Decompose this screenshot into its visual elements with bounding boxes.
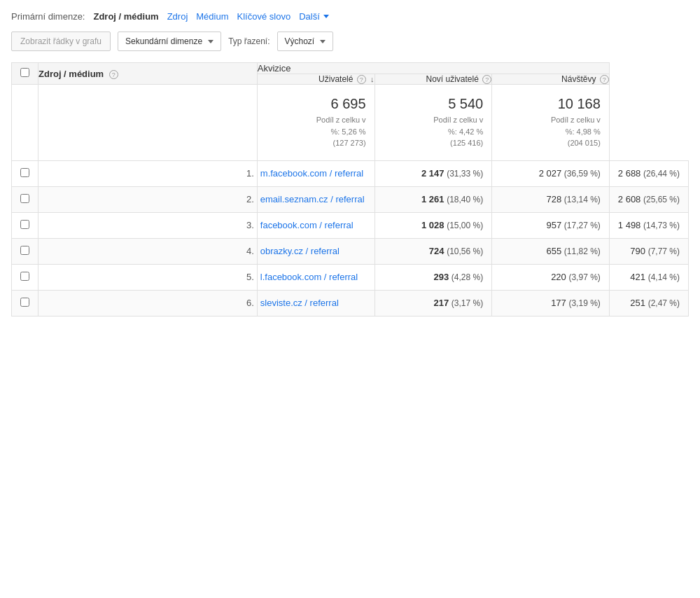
- row-number: 3.: [38, 212, 258, 238]
- users-column-header: Uživatelé ? ↓: [257, 74, 374, 85]
- row-checkbox[interactable]: [20, 220, 29, 229]
- totals-new-users-cell: 5 540 Podíl z celku v %: 4,42 % (125 416…: [374, 85, 492, 161]
- totals-new-users-sub: Podíl z celku v %: 4,42 % (125 416): [384, 114, 484, 149]
- row-checkbox-cell: [12, 264, 38, 290]
- source-column-header: Zdroj / médium ?: [38, 63, 258, 85]
- totals-visits-sub: Podíl z celku v %: 4,98 % (204 015): [500, 114, 601, 149]
- source-help-icon[interactable]: ?: [109, 70, 118, 79]
- source-name: l.facebook.com / referral: [257, 264, 374, 290]
- new-users-column-header: Noví uživatelé ?: [374, 74, 492, 85]
- sort-arrow-icon: ↓: [370, 75, 374, 83]
- visits-column-header: Návštěvy ?: [492, 74, 610, 85]
- users-value: 1 261 (18,40 %): [374, 186, 492, 212]
- toolbar: Zobrazit řádky v grafu Sekundární dimenz…: [11, 32, 689, 51]
- row-checkbox[interactable]: [20, 194, 29, 203]
- source-link[interactable]: l.facebook.com / referral: [260, 272, 358, 282]
- visits-value: 421 (4,14 %): [609, 264, 688, 290]
- source-name: sleviste.cz / referral: [257, 290, 374, 316]
- users-value: 1 028 (15,00 %): [374, 212, 492, 238]
- dimension-link-zdroj[interactable]: Zdroj: [167, 11, 188, 22]
- totals-users-cell: 6 695 Podíl z celku v %: 5,26 % (127 273…: [257, 85, 374, 161]
- row-checkbox-cell: [12, 290, 38, 316]
- new-users-value: 957 (17,27 %): [492, 212, 610, 238]
- primary-dimension-bar: Primární dimenze: Zdroj / médium Zdroj M…: [11, 11, 689, 22]
- new-users-value: 220 (3,97 %): [492, 264, 610, 290]
- dimension-more[interactable]: Další: [299, 11, 329, 22]
- new-users-value: 728 (13,14 %): [492, 186, 610, 212]
- chevron-down-icon: [323, 15, 329, 18]
- data-table: Zdroj / médium ? Akvizice Uživatelé ? ↓ …: [11, 62, 689, 317]
- primary-dimension-label: Primární dimenze:: [11, 11, 85, 22]
- chevron-down-icon: [320, 40, 326, 43]
- visits-value: 2 688 (26,44 %): [609, 160, 688, 186]
- visits-value: 790 (7,77 %): [609, 238, 688, 264]
- table-row: 5. l.facebook.com / referral 293 (4,28 %…: [12, 264, 689, 290]
- new-users-help-icon[interactable]: ?: [482, 75, 491, 84]
- row-number: 1.: [38, 160, 258, 186]
- totals-users-sub: Podíl z celku v %: 5,26 % (127 273): [266, 114, 366, 149]
- chevron-down-icon: [208, 40, 214, 43]
- row-checkbox-cell: [12, 186, 38, 212]
- visits-help-icon[interactable]: ?: [600, 75, 609, 84]
- row-checkbox[interactable]: [20, 246, 29, 255]
- source-link[interactable]: facebook.com / referral: [260, 220, 354, 230]
- table-row: 6. sleviste.cz / referral 217 (3,17 %) 1…: [12, 290, 689, 316]
- users-value: 2 147 (31,33 %): [374, 160, 492, 186]
- row-number: 4.: [38, 238, 258, 264]
- table-row: 3. facebook.com / referral 1 028 (15,00 …: [12, 212, 689, 238]
- source-link[interactable]: obrazky.cz / referral: [260, 246, 340, 256]
- visits-value: 2 608 (25,65 %): [609, 186, 688, 212]
- source-name: facebook.com / referral: [257, 212, 374, 238]
- totals-row: 6 695 Podíl z celku v %: 5,26 % (127 273…: [12, 85, 689, 161]
- source-link[interactable]: m.facebook.com / referral: [260, 168, 363, 179]
- akvizice-header: Akvizice: [257, 63, 609, 74]
- new-users-value: 2 027 (36,59 %): [492, 160, 610, 186]
- row-checkbox[interactable]: [20, 168, 29, 177]
- active-dimension: Zdroj / médium: [93, 11, 158, 22]
- totals-checkbox-cell: [12, 85, 38, 161]
- source-link[interactable]: email.seznam.cz / referral: [260, 194, 365, 204]
- users-value: 293 (4,28 %): [374, 264, 492, 290]
- header-checkbox-cell: [12, 63, 38, 85]
- table-row: 2. email.seznam.cz / referral 1 261 (18,…: [12, 186, 689, 212]
- dimension-link-klicove[interactable]: Klíčové slovo: [237, 11, 291, 22]
- row-checkbox-cell: [12, 238, 38, 264]
- new-users-value: 177 (3,19 %): [492, 290, 610, 316]
- sort-dropdown[interactable]: Výchozí: [277, 32, 334, 51]
- header-group-row: Zdroj / médium ? Akvizice: [12, 63, 689, 74]
- row-checkbox-cell: [12, 160, 38, 186]
- row-number: 2.: [38, 186, 258, 212]
- sort-label: Typ řazení:: [228, 36, 270, 46]
- users-value: 217 (3,17 %): [374, 290, 492, 316]
- users-value: 724 (10,56 %): [374, 238, 492, 264]
- totals-source-cell: [38, 85, 258, 161]
- dimension-link-medium[interactable]: Médium: [196, 11, 228, 22]
- row-checkbox[interactable]: [20, 272, 29, 281]
- table-row: 4. obrazky.cz / referral 724 (10,56 %) 6…: [12, 238, 689, 264]
- totals-visits-cell: 10 168 Podíl z celku v %: 4,98 % (204 01…: [492, 85, 610, 161]
- graph-button[interactable]: Zobrazit řádky v grafu: [11, 32, 111, 51]
- visits-value: 251 (2,47 %): [609, 290, 688, 316]
- row-checkbox[interactable]: [20, 298, 29, 307]
- source-link[interactable]: sleviste.cz / referral: [260, 298, 339, 308]
- row-number: 5.: [38, 264, 258, 290]
- source-name: m.facebook.com / referral: [257, 160, 374, 186]
- source-name: email.seznam.cz / referral: [257, 186, 374, 212]
- row-number: 6.: [38, 290, 258, 316]
- table-row: 1. m.facebook.com / referral 2 147 (31,3…: [12, 160, 689, 186]
- visits-value: 1 498 (14,73 %): [609, 212, 688, 238]
- row-checkbox-cell: [12, 212, 38, 238]
- source-name: obrazky.cz / referral: [257, 238, 374, 264]
- select-all-checkbox[interactable]: [20, 68, 29, 77]
- new-users-value: 655 (11,82 %): [492, 238, 610, 264]
- users-help-icon[interactable]: ?: [357, 75, 366, 84]
- secondary-dimension-dropdown[interactable]: Sekundární dimenze: [118, 32, 221, 51]
